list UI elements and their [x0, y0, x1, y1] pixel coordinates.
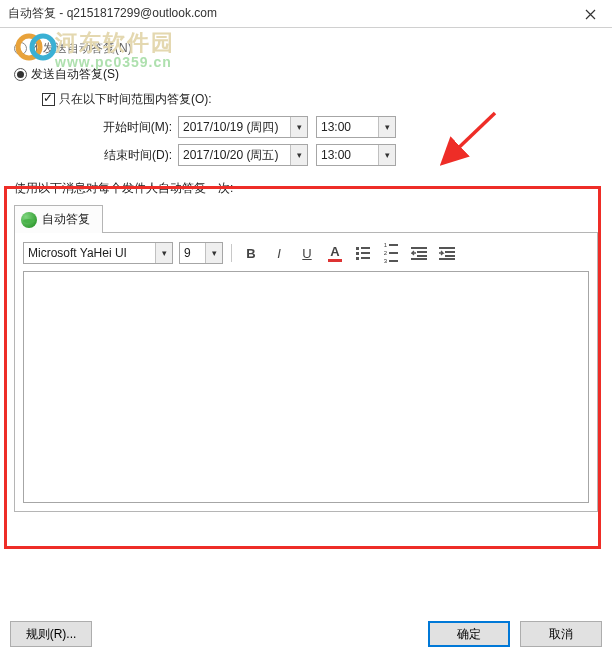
close-button[interactable]: [568, 0, 612, 28]
editor-toolbar: Microsoft YaHei UI ▾ 9 ▾ B I U A: [23, 241, 589, 265]
start-date-select[interactable]: 2017/10/19 (周四) ▾: [178, 116, 308, 138]
font-color-button[interactable]: A: [324, 242, 346, 264]
numbered-list-button[interactable]: 1 2 3: [380, 242, 402, 264]
svg-rect-9: [439, 258, 455, 260]
tab-strip: 自动答复: [14, 205, 598, 233]
numbered-list-icon: 1 2 3: [384, 242, 398, 264]
radio-icon: [14, 42, 27, 55]
chevron-down-icon: ▾: [290, 145, 307, 165]
window-title: 自动答复 - q2151817299@outlook.com: [8, 5, 217, 22]
svg-rect-6: [439, 247, 455, 249]
svg-rect-5: [411, 258, 427, 260]
increase-indent-icon: [439, 246, 455, 260]
rules-button[interactable]: 规则(R)...: [10, 621, 92, 647]
chevron-down-icon: ▾: [155, 243, 172, 263]
tab-label: 自动答复: [42, 211, 90, 228]
close-icon: [585, 9, 596, 20]
increase-indent-button[interactable]: [436, 242, 458, 264]
start-time-value: 13:00: [321, 120, 351, 134]
end-date-value: 2017/10/20 (周五): [183, 147, 278, 164]
decrease-indent-button[interactable]: [408, 242, 430, 264]
start-date-value: 2017/10/19 (周四): [183, 119, 278, 136]
bullet-list-button[interactable]: [352, 242, 374, 264]
italic-button[interactable]: I: [268, 242, 290, 264]
cancel-button[interactable]: 取消: [520, 621, 602, 647]
checkbox-label: 只在以下时间范围内答复(O):: [59, 91, 212, 108]
chevron-down-icon: ▾: [378, 145, 395, 165]
reply-message-label: 使用以下消息对每个发件人自动答复一次:: [14, 180, 598, 197]
start-time-select[interactable]: 13:00 ▾: [316, 116, 396, 138]
chevron-down-icon: ▾: [378, 117, 395, 137]
start-time-label: 开始时间(M):: [90, 119, 172, 136]
chevron-down-icon: ▾: [205, 243, 222, 263]
radio-label: 不发送自动答复(N): [31, 40, 132, 57]
svg-rect-4: [417, 255, 427, 257]
radio-label: 发送自动答复(S): [31, 66, 119, 83]
ok-button[interactable]: 确定: [428, 621, 510, 647]
font-color-icon: A: [328, 245, 342, 262]
bold-button[interactable]: B: [240, 242, 262, 264]
separator: [231, 244, 232, 262]
svg-rect-2: [411, 247, 427, 249]
globe-icon: [21, 212, 37, 228]
svg-rect-8: [445, 255, 455, 257]
size-value: 9: [184, 246, 191, 260]
font-size-select[interactable]: 9 ▾: [179, 242, 223, 264]
font-value: Microsoft YaHei UI: [28, 246, 127, 260]
end-time-value: 13:00: [321, 148, 351, 162]
editor-panel: Microsoft YaHei UI ▾ 9 ▾ B I U A: [14, 233, 598, 512]
svg-rect-3: [417, 251, 427, 253]
dialog-footer: 规则(R)... 确定 取消: [10, 621, 602, 647]
tab-auto-reply[interactable]: 自动答复: [14, 205, 103, 233]
end-time-label: 结束时间(D):: [90, 147, 172, 164]
checkbox-time-range[interactable]: 只在以下时间范围内答复(O):: [42, 90, 598, 108]
font-select[interactable]: Microsoft YaHei UI ▾: [23, 242, 173, 264]
radio-icon: [14, 68, 27, 81]
titlebar: 自动答复 - q2151817299@outlook.com: [0, 0, 612, 28]
end-date-select[interactable]: 2017/10/20 (周五) ▾: [178, 144, 308, 166]
decrease-indent-icon: [411, 246, 427, 260]
checkbox-icon: [42, 93, 55, 106]
message-body-input[interactable]: [23, 271, 589, 503]
chevron-down-icon: ▾: [290, 117, 307, 137]
end-time-select[interactable]: 13:00 ▾: [316, 144, 396, 166]
radio-send-auto-reply[interactable]: 发送自动答复(S): [14, 64, 598, 84]
bullet-list-icon: [356, 247, 370, 260]
svg-rect-7: [445, 251, 455, 253]
radio-no-auto-reply[interactable]: 不发送自动答复(N): [14, 38, 598, 58]
underline-button[interactable]: U: [296, 242, 318, 264]
